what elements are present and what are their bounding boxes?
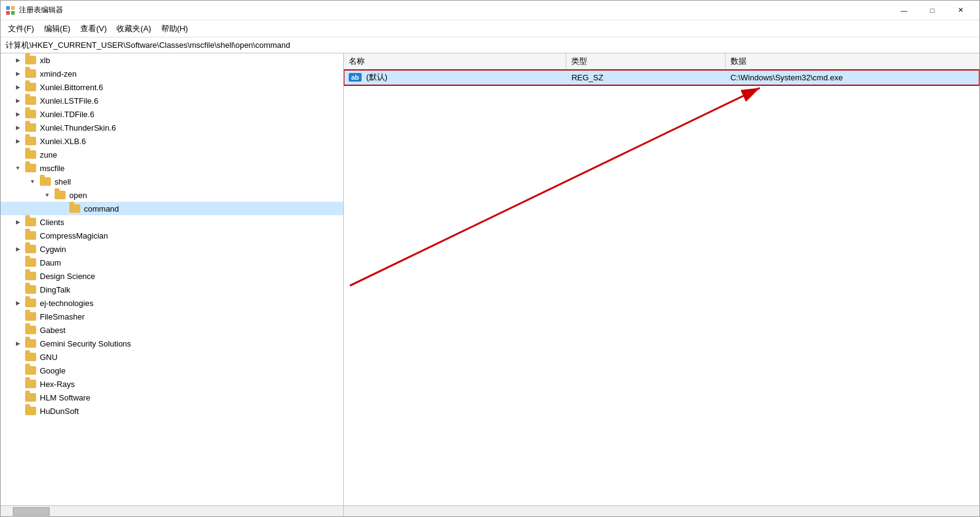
tree-item-hex-rays[interactable]: Hex-Rays: [1, 377, 343, 391]
minimize-button[interactable]: —: [890, 1, 918, 20]
tree-label: Clients: [39, 218, 64, 227]
col-header-type[interactable]: 类型: [566, 53, 725, 70]
folder-icon: [25, 69, 36, 78]
chevron-down-icon: ▼: [42, 190, 52, 200]
left-scroll-bar[interactable]: [1, 506, 344, 516]
tree-item-xunlei-lstfile[interactable]: ▶ Xunlei.LSTFile.6: [1, 94, 343, 107]
spacer: [13, 366, 23, 375]
menu-bar: 文件(F) 编辑(E) 查看(V) 收藏夹(A) 帮助(H): [1, 20, 979, 37]
horizontal-scrollbar-right[interactable]: [344, 506, 979, 516]
tree-item-xlb[interactable]: ▶ xlb: [1, 53, 343, 67]
tree-label: Xunlei.TDFile.6: [39, 110, 94, 119]
tree-label: Xunlei.LSTFile.6: [39, 96, 98, 105]
folder-icon: [25, 353, 36, 361]
spacer: [13, 393, 23, 402]
default-value-label: (默认): [366, 72, 387, 82]
folder-icon: [25, 218, 36, 226]
tree-item-ej-technologies[interactable]: ▶ ej-technologies: [1, 296, 343, 310]
tree-item-clients[interactable]: ▶ Clients: [1, 215, 343, 229]
tree-panel[interactable]: ▶ xlb ▶ xmind-zen ▶ Xunlei.Bittorrent.6 …: [1, 53, 344, 505]
chevron-right-icon: ▶: [13, 109, 23, 119]
tree-label: Daum: [39, 258, 61, 267]
folder-icon: [25, 326, 36, 334]
tree-item-xmind-zen[interactable]: ▶ xmind-zen: [1, 67, 343, 80]
tree-item-zune[interactable]: zune: [1, 148, 343, 161]
menu-favorites[interactable]: 收藏夹(A): [112, 21, 156, 37]
tree-item-xunlei-thunderskin[interactable]: ▶ Xunlei.ThunderSkin.6: [1, 121, 343, 134]
tree-item-command[interactable]: command: [1, 202, 343, 215]
tree-item-gnu[interactable]: GNU: [1, 350, 343, 364]
tree-item-compressmagician[interactable]: CompressMagician: [1, 229, 343, 242]
table-row[interactable]: ab (默认) REG_SZ C:\Windows\System32\cmd.e…: [344, 70, 979, 85]
folder-icon: [25, 137, 36, 145]
annotation-arrow: [344, 53, 979, 505]
folder-icon: [25, 83, 36, 91]
spacer: [13, 352, 23, 362]
ab-badge: ab: [349, 73, 362, 82]
svg-rect-0: [6, 6, 10, 10]
menu-edit[interactable]: 编辑(E): [39, 21, 75, 37]
menu-view[interactable]: 查看(V): [75, 21, 112, 37]
menu-file[interactable]: 文件(F): [3, 21, 39, 37]
folder-icon: [25, 245, 36, 253]
scrollbar-thumb[interactable]: [13, 507, 50, 516]
tree-item-design-science[interactable]: Design Science: [1, 269, 343, 283]
tree-item-cygwin[interactable]: ▶ Cygwin: [1, 242, 343, 256]
horizontal-scrollbar-left[interactable]: [1, 506, 343, 516]
chevron-right-icon: ▶: [13, 339, 23, 348]
tree-label: DingTalk: [39, 285, 70, 294]
folder-icon: [25, 380, 36, 388]
tree-item-dingtalk[interactable]: DingTalk: [1, 283, 343, 296]
maximize-button[interactable]: □: [918, 1, 946, 20]
tree-item-xunlei-tdfile[interactable]: ▶ Xunlei.TDFile.6: [1, 107, 343, 121]
tree-label: Cygwin: [39, 245, 66, 254]
folder-icon: [25, 110, 36, 118]
chevron-down-icon: ▼: [28, 177, 37, 186]
tree-item-open[interactable]: ▼ open: [1, 188, 343, 202]
tree-label: CompressMagician: [39, 231, 108, 240]
col-header-data[interactable]: 数据: [725, 53, 979, 70]
folder-icon: [25, 272, 36, 280]
tree-label: Xunlei.ThunderSkin.6: [39, 123, 116, 132]
close-button[interactable]: ✕: [946, 1, 974, 20]
tree-label: Hex-Rays: [39, 380, 75, 389]
right-scroll-bar[interactable]: [344, 506, 979, 516]
tree-item-gabest[interactable]: Gabest: [1, 323, 343, 337]
svg-rect-1: [11, 6, 15, 10]
menu-help[interactable]: 帮助(H): [156, 21, 193, 37]
tree-item-shell[interactable]: ▼ shell: [1, 175, 343, 188]
tree-label: xlb: [39, 56, 50, 65]
col-header-name[interactable]: 名称: [344, 53, 566, 70]
tree-label: FileSmasher: [39, 312, 85, 321]
tree-item-gemini[interactable]: ▶ Gemini Security Solutions: [1, 337, 343, 350]
chevron-right-icon: ▶: [13, 69, 23, 79]
tree-item-xunlei-xlb6[interactable]: ▶ Xunlei.XLB.6: [1, 134, 343, 148]
folder-icon: [25, 150, 36, 159]
tree-label: shell: [53, 177, 71, 186]
tree-item-xunlei-bittorrent[interactable]: ▶ Xunlei.Bittorrent.6: [1, 80, 343, 94]
tree-item-daum[interactable]: Daum: [1, 256, 343, 269]
tree-label: HuDunSoft: [39, 407, 79, 416]
folder-icon: [25, 56, 36, 64]
folder-icon: [25, 258, 36, 267]
spacer: [13, 325, 23, 335]
chevron-down-icon: ▼: [13, 163, 23, 173]
tree-label: GNU: [39, 353, 58, 362]
folder-icon: [25, 393, 36, 402]
chevron-right-icon: ▶: [13, 82, 23, 92]
tree-label: mscfile: [39, 164, 64, 173]
window-controls: — □ ✕: [890, 1, 974, 20]
address-path: 计算机\HKEY_CURRENT_USER\Software\Classes\m…: [6, 40, 291, 51]
tree-label: Design Science: [39, 272, 95, 281]
tree-item-filesmasher[interactable]: FileSmasher: [1, 310, 343, 323]
folder-icon: [25, 285, 36, 294]
tree-item-hudunsoft[interactable]: HuDunSoft: [1, 404, 343, 418]
spacer: [13, 150, 23, 159]
tree-label: ej-technologies: [39, 299, 93, 308]
spacer: [13, 406, 23, 416]
tree-item-google[interactable]: Google: [1, 364, 343, 377]
tree-label: Gemini Security Solutions: [39, 339, 131, 348]
tree-item-mscfile[interactable]: ▼ mscfile: [1, 161, 343, 175]
tree-item-hlm-software[interactable]: HLM Software: [1, 391, 343, 404]
right-panel[interactable]: 名称 类型 数据 ab (默认) REG_SZ C:\Windows\Syste…: [344, 53, 979, 505]
